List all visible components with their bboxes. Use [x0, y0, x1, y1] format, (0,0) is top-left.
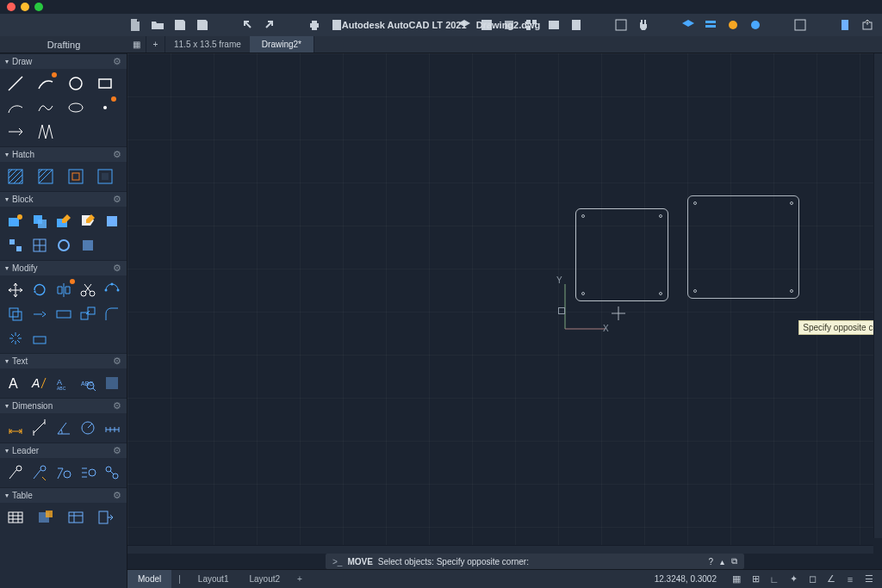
arc-tool-icon[interactable]	[5, 97, 26, 118]
tab-layout2[interactable]: Layout2	[239, 570, 290, 588]
ray-tool-icon[interactable]	[5, 121, 26, 142]
table-export-icon[interactable]	[95, 507, 115, 528]
table-insert-icon[interactable]	[5, 507, 26, 528]
open-file-icon[interactable]	[150, 17, 165, 33]
command-help-icon[interactable]: ?	[708, 557, 713, 566]
section-menu-icon[interactable]: ⚙	[113, 356, 121, 367]
gradient-tool-icon[interactable]	[35, 166, 56, 187]
region-tool-icon[interactable]	[95, 166, 115, 187]
section-menu-icon[interactable]: ⚙	[113, 56, 121, 67]
leader-remove-icon[interactable]	[53, 462, 74, 483]
section-menu-icon[interactable]: ⚙	[113, 263, 121, 274]
tab-model[interactable]: Model	[127, 570, 171, 588]
divide-tool-icon[interactable]	[35, 121, 56, 142]
table-style-icon[interactable]	[35, 507, 56, 528]
section-menu-icon[interactable]: ⚙	[113, 149, 121, 160]
viewport-grid-icon[interactable]: ▦	[127, 36, 146, 53]
frame-label[interactable]: 11.5 x 13.5 frame	[165, 40, 250, 49]
table-link-icon[interactable]	[65, 507, 86, 528]
save-as-icon[interactable]	[195, 17, 210, 33]
insert-block-icon[interactable]	[5, 211, 26, 232]
mleader-icon[interactable]	[5, 462, 26, 483]
status-lwt-icon[interactable]: ≡	[844, 573, 856, 585]
dim-radius-icon[interactable]	[78, 418, 98, 438]
section-head-draw[interactable]: ▾Draw ⚙	[0, 53, 127, 69]
command-chevron-up-icon[interactable]: ▴	[720, 557, 724, 566]
section-menu-icon[interactable]: ⚙	[113, 194, 121, 205]
block-tool5-icon[interactable]	[78, 235, 98, 256]
text-tool-icon[interactable]: A	[29, 373, 50, 393]
boundary-tool-icon[interactable]	[65, 166, 86, 187]
scrollbar-vertical[interactable]	[873, 53, 882, 538]
mtext-tool-icon[interactable]: A	[5, 373, 26, 393]
point-tool-icon[interactable]	[95, 97, 115, 118]
section-head-table[interactable]: ▾Table ⚙	[0, 487, 127, 503]
window-minimize-dot[interactable]	[21, 3, 29, 11]
tab-add-icon[interactable]: +	[290, 574, 309, 584]
section-head-block[interactable]: ▾Block ⚙	[0, 191, 127, 207]
array-tool-icon[interactable]	[102, 280, 122, 300]
redo-icon[interactable]	[262, 17, 277, 33]
save-icon[interactable]	[172, 17, 188, 33]
block-tool1-icon[interactable]	[102, 211, 122, 232]
section-head-text[interactable]: ▾Text ⚙	[0, 353, 127, 368]
rectangle-tool-icon[interactable]	[95, 73, 115, 94]
pan-icon[interactable]	[636, 17, 651, 33]
block-tool4-icon[interactable]	[53, 235, 74, 256]
circle-tool-icon[interactable]	[65, 73, 86, 94]
status-osnap-icon[interactable]: ◻	[806, 573, 818, 585]
fillet-tool-icon[interactable]	[102, 304, 122, 325]
section-menu-icon[interactable]: ⚙	[113, 490, 121, 501]
dim-angular-icon[interactable]	[53, 418, 74, 438]
explode-tool-icon[interactable]	[5, 328, 26, 349]
extend-tool-icon[interactable]	[29, 304, 50, 325]
layer-off-icon[interactable]	[748, 17, 763, 33]
leader-collect-icon[interactable]	[102, 462, 122, 483]
rotate-tool-icon[interactable]	[29, 280, 50, 300]
scrollbar-horizontal[interactable]	[127, 545, 873, 554]
leader-align-icon[interactable]	[78, 462, 98, 483]
block-tool2-icon[interactable]	[5, 235, 26, 256]
match-layer-icon[interactable]	[792, 17, 808, 33]
clipboard-icon[interactable]	[837, 17, 853, 33]
tab-layout1[interactable]: Layout1	[188, 570, 239, 588]
edit-block-icon[interactable]	[53, 211, 74, 232]
move-tool-icon[interactable]	[5, 280, 26, 300]
layer-iso-icon[interactable]	[725, 17, 741, 33]
command-expand-icon[interactable]: ⧉	[731, 556, 737, 566]
dim-aligned-icon[interactable]	[29, 418, 50, 438]
section-menu-icon[interactable]: ⚙	[113, 445, 121, 456]
status-polar-icon[interactable]: ✦	[787, 573, 799, 585]
viewport-add-icon[interactable]: +	[146, 36, 165, 53]
share-icon[interactable]	[860, 17, 875, 33]
layer-state-icon[interactable]	[703, 17, 718, 33]
status-snap-icon[interactable]: ⊞	[749, 573, 761, 585]
section-head-dimension[interactable]: ▾Dimension ⚙	[0, 398, 127, 413]
select-icon[interactable]	[613, 17, 629, 33]
status-grid-icon[interactable]: ▦	[730, 573, 742, 585]
drawing-canvas[interactable]: Y X Spec	[127, 53, 882, 554]
textstyle-tool-icon[interactable]: AABC	[53, 373, 74, 393]
section-menu-icon[interactable]: ⚙	[113, 400, 121, 412]
layer-walk-icon[interactable]	[680, 17, 696, 33]
block-tool3-icon[interactable]	[29, 235, 50, 256]
undo-icon[interactable]	[239, 17, 255, 33]
leader-add-icon[interactable]	[29, 462, 50, 483]
new-file-icon[interactable]	[127, 17, 143, 33]
create-block-icon[interactable]	[29, 211, 50, 232]
trim-tool-icon[interactable]	[78, 280, 98, 300]
print-icon[interactable]	[307, 17, 322, 33]
design-center-icon[interactable]	[546, 17, 562, 33]
section-head-modify[interactable]: ▾Modify ⚙	[0, 260, 127, 275]
find-tool-icon[interactable]: ABC	[78, 373, 98, 393]
tool-palette-icon[interactable]	[568, 17, 584, 33]
offset-tool-icon[interactable]	[5, 304, 26, 325]
hatch-tool-icon[interactable]	[5, 166, 26, 187]
status-menu-icon[interactable]: ☰	[863, 573, 875, 585]
spline-tool-icon[interactable]	[35, 97, 56, 118]
status-ortho-icon[interactable]: ∟	[768, 573, 780, 585]
window-zoom-dot[interactable]	[34, 3, 43, 11]
command-line[interactable]: >_ MOVE Select objects: Specify opposite…	[326, 554, 744, 569]
polyline-tool-icon[interactable]	[35, 73, 56, 94]
spell-tool-icon[interactable]	[102, 373, 122, 393]
